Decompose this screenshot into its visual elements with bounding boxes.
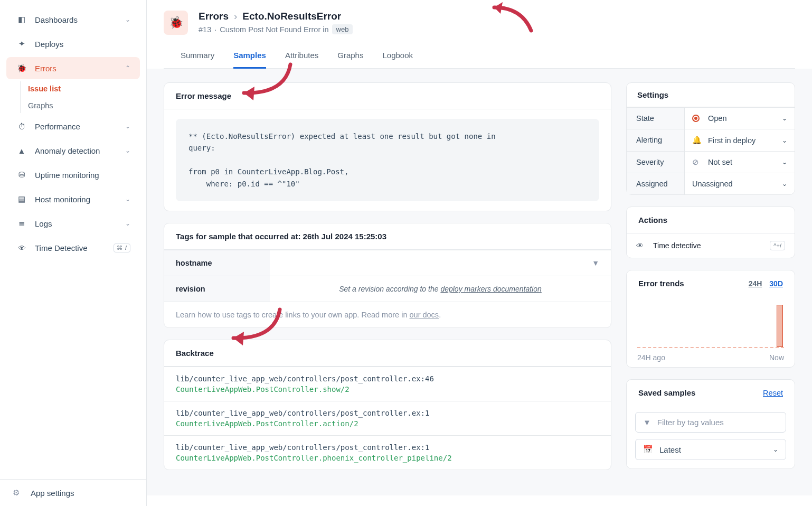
breadcrumb-root[interactable]: Errors — [199, 11, 229, 22]
tab-samples[interactable]: Samples — [233, 46, 266, 69]
chevron-down-icon: ⌄ — [125, 195, 130, 203]
setting-label-state: State — [627, 108, 685, 129]
backtrace-fn: CounterLiveAppWeb.PostController.show/2 — [176, 385, 599, 393]
settings-card: Settings State Open ⌄ Alerting 🔔 — [626, 82, 795, 195]
range-24h[interactable]: 24H — [749, 279, 762, 288]
app-settings-link[interactable]: ⚙ App settings — [13, 488, 134, 498]
tab-summary[interactable]: Summary — [181, 46, 214, 69]
range-30d[interactable]: 30D — [769, 279, 783, 288]
sidebar: ◧ Dashboards ⌄ ✦ Deploys 🐞 Errors ⌃ Issu… — [0, 0, 147, 506]
tag-key-hostname: hostname — [164, 250, 270, 276]
filter-icon[interactable]: ▼ — [592, 259, 599, 267]
actions-card: Actions 👁 Time detective ^+/ — [626, 207, 795, 258]
setting-alerting[interactable]: 🔔 First in deploy ⌄ — [685, 129, 795, 151]
sample-select[interactable]: 📅 Latest ⌄ — [635, 439, 786, 460]
nav-uptime[interactable]: ⛁ Uptime monitoring — [6, 164, 140, 186]
kbd-shortcut: ^+/ — [770, 241, 785, 250]
gear-icon: ⚙ — [13, 488, 24, 498]
breadcrumb: Errors › Ecto.NoResultsError — [199, 11, 353, 22]
calendar-icon: 📅 — [643, 445, 653, 454]
error-message-body: ** (Ecto.NoResultsError) expected at lea… — [176, 119, 599, 201]
backtrace-row[interactable]: lib/counter_live_app_web/controllers/pos… — [164, 435, 611, 470]
nav-logs[interactable]: ≣ Logs ⌄ — [6, 212, 140, 235]
tab-attributes[interactable]: Attributes — [285, 46, 318, 69]
chevron-up-icon: ⌃ — [125, 64, 130, 72]
backtrace-path: lib/counter_live_app_web/controllers/pos… — [176, 374, 599, 383]
detective-icon: 👁 — [636, 241, 648, 250]
list-icon: ≣ — [16, 218, 27, 229]
filter-icon: ▼ — [643, 418, 651, 427]
trend-chart: 24H ago Now — [627, 296, 795, 367]
setting-state[interactable]: Open ⌄ — [685, 108, 795, 129]
reset-link[interactable]: Reset — [763, 389, 783, 397]
subnav-graphs[interactable]: Graphs — [21, 98, 146, 113]
error-message-card: Error message ** (Ecto.NoResultsError) e… — [164, 82, 611, 211]
backtrace-path: lib/counter_live_app_web/controllers/pos… — [176, 443, 599, 452]
rocket-icon: ✦ — [16, 38, 27, 50]
chevron-down-icon: ⌄ — [782, 180, 787, 188]
chevron-down-icon: ⌄ — [782, 115, 787, 122]
filter-input[interactable]: ▼ Filter by tag values — [635, 412, 786, 433]
backtrace-fn: CounterLiveAppWeb.PostController.action/… — [176, 419, 599, 428]
backtrace-fn: CounterLiveAppWeb.PostController.phoenix… — [176, 454, 599, 462]
chevron-down-icon: ⌄ — [782, 137, 787, 144]
tag-val-hostname: ▼ — [270, 250, 611, 276]
action-time-detective[interactable]: 👁 Time detective ^+/ — [627, 233, 795, 258]
card-title: Actions — [627, 207, 795, 233]
database-icon: ⛁ — [16, 169, 27, 181]
nav-label: Anomaly detection — [35, 146, 125, 155]
tags-docs-note: Learn how to use tags to create links to… — [164, 302, 611, 327]
chevron-down-icon: ⌄ — [782, 158, 787, 166]
nav-label: Logs — [35, 219, 125, 228]
card-title: Backtrace — [164, 340, 611, 367]
tags-card: Tags for sample that occurred at: 26th J… — [164, 223, 611, 328]
chevron-down-icon: ⌄ — [125, 147, 130, 154]
error-badge-icon: 🐞 — [164, 11, 188, 35]
dashboard-icon: ◧ — [16, 14, 27, 25]
tab-logbook[interactable]: Logbook — [382, 46, 413, 69]
issue-subtitle: #13 · Custom Post Not Found Error in web — [199, 24, 353, 34]
card-title: Tags for sample that occurred at: 26th J… — [164, 223, 611, 250]
tag-key-revision: revision — [164, 276, 270, 302]
nav-label: Uptime monitoring — [35, 171, 130, 180]
alert-icon: ▲ — [16, 145, 27, 156]
bug-icon: 🐞 — [16, 62, 27, 74]
trend-label-left: 24H ago — [637, 353, 665, 362]
saved-samples-card: Saved samples Reset ▼ Filter by tag valu… — [626, 379, 795, 469]
setting-assigned[interactable]: Unassigned ⌄ — [685, 173, 795, 194]
tab-graphs[interactable]: Graphs — [337, 46, 363, 69]
card-title: Saved samples Reset — [627, 380, 795, 406]
namespace-pill[interactable]: web — [332, 24, 353, 34]
bell-icon: 🔔 — [692, 136, 703, 145]
chevron-down-icon: ⌄ — [125, 123, 130, 130]
trends-card: Error trends 24H 30D 24H ago Now — [626, 270, 795, 368]
setting-label-severity: Severity — [627, 152, 685, 173]
nav-performance[interactable]: ⏱ Performance ⌄ — [6, 115, 140, 137]
tag-val-revision: Set a revision according to the deploy m… — [270, 276, 611, 302]
nav-label: Performance — [35, 122, 125, 131]
setting-label-assigned: Assigned — [627, 173, 685, 194]
deploy-markers-link[interactable]: deploy markers documentation — [440, 285, 541, 293]
backtrace-row[interactable]: lib/counter_live_app_web/controllers/pos… — [164, 401, 611, 435]
nav-deploys[interactable]: ✦ Deploys — [6, 33, 140, 55]
docs-link[interactable]: our docs — [410, 311, 439, 319]
breadcrumb-current: Ecto.NoResultsError — [242, 11, 341, 22]
backtrace-card: Backtrace lib/counter_live_app_web/contr… — [164, 340, 611, 470]
nav-time-detective[interactable]: 👁 Time Detective ⌘ / — [6, 237, 140, 259]
nav-anomaly[interactable]: ▲ Anomaly detection ⌄ — [6, 139, 140, 162]
nav-errors[interactable]: 🐞 Errors ⌃ — [6, 57, 140, 79]
nav-label: Host monitoring — [35, 195, 125, 204]
nav-dashboards[interactable]: ◧ Dashboards ⌄ — [6, 8, 140, 31]
kbd-shortcut: ⌘ / — [114, 243, 130, 252]
card-title: Error message — [164, 83, 611, 109]
subnav-issue-list[interactable]: Issue list — [21, 81, 146, 96]
chevron-down-icon: ⌄ — [125, 16, 130, 23]
gauge-icon: ⏱ — [16, 120, 27, 132]
backtrace-path: lib/counter_live_app_web/controllers/pos… — [176, 409, 599, 417]
nav-label: Deploys — [35, 40, 130, 49]
breadcrumb-separator-icon: › — [234, 11, 237, 22]
backtrace-row[interactable]: lib/counter_live_app_web/controllers/pos… — [164, 367, 611, 401]
server-icon: ▤ — [16, 193, 27, 205]
setting-severity[interactable]: ⊘ Not set ⌄ — [685, 152, 795, 173]
nav-host[interactable]: ▤ Host monitoring ⌄ — [6, 188, 140, 210]
